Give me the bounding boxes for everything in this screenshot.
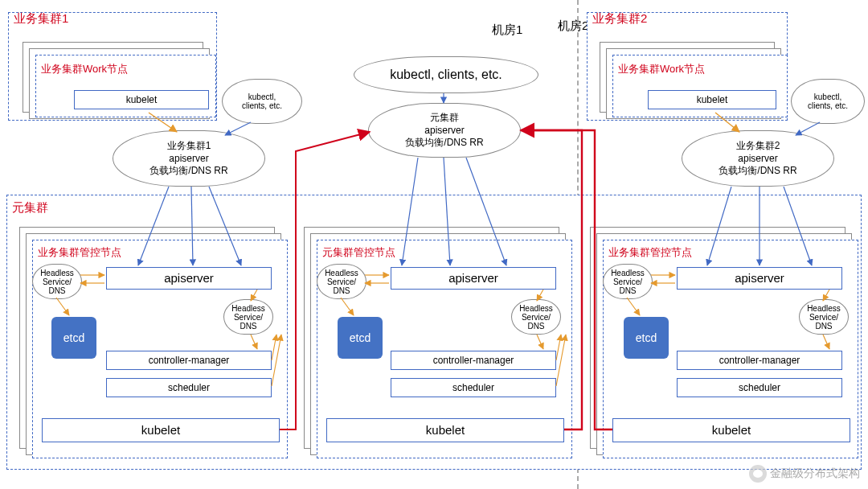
right-cm: controller-manager [677,351,842,370]
biz-ctrl-title-left: 业务集群管控节点 [38,245,121,260]
right-etcd: etcd [624,317,669,359]
right-apiserver: apiserver [677,267,842,290]
biz2-kubelet: kubelet [648,90,776,109]
center-kubelet: kubelet [326,418,564,442]
room2-label: 机房2 [558,18,588,34]
headless-left-2: Headless Service/ DNS [223,299,273,335]
lb2-l2: apiserver [738,153,777,164]
kubelet-label: kubelet [697,94,728,105]
kubelet-label: kubelet [141,423,180,437]
kubelet-label: kubelet [426,423,465,437]
kubectl-label: kubectl, clients, etc. [242,92,282,110]
wechat-icon [749,465,767,483]
meta-ctrl-title: 元集群管控节点 [322,245,395,260]
biz1-worknode-title: 业务集群Work节点 [41,62,128,76]
right-scheduler: scheduler [677,378,842,397]
meta-lb-cloud: 元集群 apiserver 负载均衡/DNS RR [368,103,521,158]
biz-ctrl-title-right: 业务集群管控节点 [608,245,692,260]
lb-l1: 业务集群1 [167,139,211,153]
left-cm: controller-manager [106,351,272,370]
apiserver-label: apiserver [448,271,498,285]
headless-r-1: Headless Service/ DNS [603,264,653,299]
lb-l3: 负载均衡/DNS RR [149,164,227,178]
apiserver-label: apiserver [164,271,214,285]
center-cm: controller-manager [391,351,556,370]
biz-cluster1-title: 业务集群1 [14,11,68,27]
left-etcd: etcd [51,317,96,359]
biz2-lb-cloud: 业务集群2 apiserver 负载均衡/DNS RR [682,130,834,187]
right-kubelet: kubelet [612,418,850,442]
watermark-text: 金融级分布式架构 [770,466,860,479]
lb2-l3: 负载均衡/DNS RR [719,164,796,178]
etcd-label: etcd [636,331,657,344]
etcd-label: etcd [63,331,84,344]
meta-cluster-title: 元集群 [12,200,48,216]
headless-c-1: Headless Service/ DNS [317,264,366,299]
sched-label: scheduler [739,382,780,393]
lb2-l1: 业务集群2 [736,139,780,153]
headless-left-1: Headless Service/ DNS [32,264,82,299]
lb-m1: 元集群 [430,111,459,125]
etcd-label: etcd [350,331,371,344]
apiserver-label: apiserver [735,271,784,285]
biz2-worknode-title: 业务集群Work节点 [618,62,705,76]
center-apiserver: apiserver [391,267,556,290]
kubelet-label: kubelet [126,94,158,105]
cm-label: controller-manager [149,355,230,366]
kubectl-cloud-left: kubectl, clients, etc. [222,79,302,124]
kubelet-label: kubelet [712,423,751,437]
headless-c-2: Headless Service/ DNS [511,299,561,335]
kubectl-label: kubectl, clients, etc. [808,92,848,110]
room1-label: 机房1 [492,23,522,38]
left-scheduler: scheduler [106,378,272,397]
lb-m2: apiserver [424,125,464,136]
sched-label: scheduler [168,382,210,393]
cm-label: controller-manager [433,355,514,366]
biz1-kubelet: kubelet [74,90,209,109]
center-scheduler: scheduler [391,378,556,397]
kubectl-center-label: kubectl, clients, etc. [390,68,502,82]
lb-m3: 负载均衡/DNS RR [405,136,483,150]
cm-label: controller-manager [719,355,800,366]
headless-r-2: Headless Service/ DNS [799,299,849,335]
lb-l2: apiserver [169,153,208,164]
center-etcd: etcd [338,317,383,359]
left-kubelet: kubelet [42,418,280,442]
kubectl-cloud-right: kubectl, clients, etc. [791,79,865,124]
biz1-lb-cloud: 业务集群1 apiserver 负载均衡/DNS RR [113,130,265,187]
biz-cluster2-title: 业务集群2 [592,11,647,27]
left-apiserver: apiserver [106,267,272,290]
sched-label: scheduler [452,382,494,393]
watermark: 金融级分布式架构 [749,465,860,483]
kubectl-cloud-center: kubectl, clients, etc. [354,56,538,93]
